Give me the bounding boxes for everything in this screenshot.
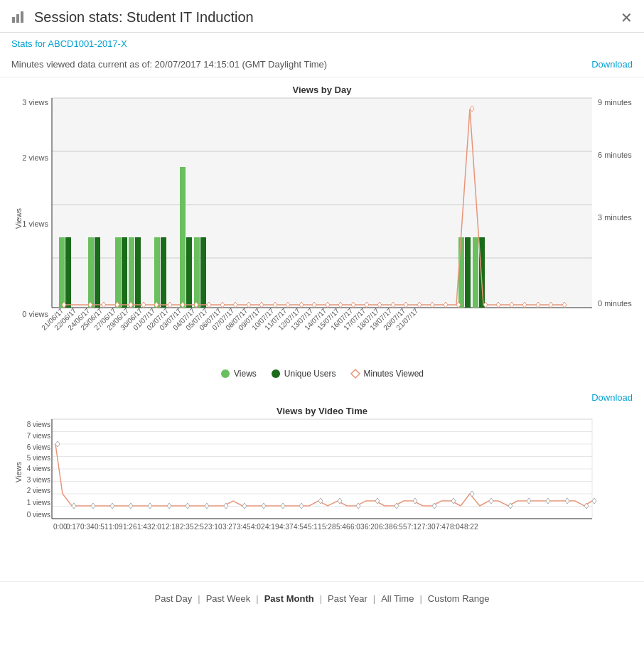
svg-text:4:02: 4:02 xyxy=(251,523,265,531)
filter-past-week[interactable]: Past Week xyxy=(206,593,251,604)
svg-point-95 xyxy=(272,369,280,378)
legend-minutes: Minutes Viewed xyxy=(350,369,424,379)
filter-past-day[interactable]: Past Day xyxy=(155,593,193,604)
header-left: Session stats: Student IT Induction xyxy=(11,9,254,26)
svg-text:7:47: 7:47 xyxy=(436,523,450,531)
y2-5views: 5 views xyxy=(27,454,50,462)
svg-text:0:17: 0:17 xyxy=(66,523,80,531)
svg-rect-10 xyxy=(59,237,65,308)
sep-5: | xyxy=(419,593,422,604)
y-right-6min: 6 minutes xyxy=(598,151,632,159)
svg-rect-13 xyxy=(95,237,100,308)
svg-text:5:28: 5:28 xyxy=(322,523,336,531)
data-info-bar: Minutes viewed data current as of: 20/07… xyxy=(0,55,644,77)
svg-rect-2 xyxy=(21,11,23,23)
y2-7views: 7 views xyxy=(27,432,50,440)
svg-point-94 xyxy=(221,369,230,378)
svg-text:3:10: 3:10 xyxy=(208,523,222,531)
svg-rect-23 xyxy=(200,237,206,308)
y2-1views: 1 views xyxy=(27,499,50,507)
svg-rect-11 xyxy=(65,237,71,308)
svg-marker-96 xyxy=(351,369,360,378)
sep-2: | xyxy=(256,593,258,604)
svg-text:6:55: 6:55 xyxy=(393,523,407,531)
legend-views: Views xyxy=(220,369,257,379)
legend-unique: Unique Users xyxy=(271,369,336,379)
time-filter-bar: Past Day | Past Week | Past Month | Past… xyxy=(0,581,644,615)
chart1-svg: 21/06/17 22/06/17 24/06/17 25/06/17 27/0… xyxy=(52,98,592,322)
y2-0views: 0 views xyxy=(27,511,50,519)
svg-text:2:52: 2:52 xyxy=(194,523,208,531)
filter-all-time[interactable]: All Time xyxy=(381,593,414,604)
svg-text:3:45: 3:45 xyxy=(237,523,251,531)
svg-rect-0 xyxy=(12,17,15,23)
svg-text:8:04: 8:04 xyxy=(450,523,464,531)
chart2-section: Views by Video Time Views 8 views 7 view… xyxy=(0,406,644,575)
chart2-svg: 0:00 0:17 0:34 0:51 1:09 1:26 1:43 2:01 … xyxy=(52,419,592,544)
chart1-section: Views by Day 3 views 2 views 1 views 0 v… xyxy=(0,77,644,389)
y2-4views: 4 views xyxy=(27,465,50,472)
data-current-text: Minutes viewed data current as of: 20/07… xyxy=(11,59,327,70)
svg-rect-18 xyxy=(154,237,160,308)
svg-text:6:20: 6:20 xyxy=(365,523,379,531)
svg-rect-12 xyxy=(88,237,94,308)
svg-rect-14 xyxy=(115,237,121,308)
download-button-top[interactable]: Download xyxy=(591,59,633,70)
download-button-middle[interactable]: Download xyxy=(591,392,633,403)
svg-text:4:37: 4:37 xyxy=(279,523,294,531)
chart2-title: Views by Video Time xyxy=(11,406,633,416)
svg-rect-1 xyxy=(16,14,19,23)
svg-marker-138 xyxy=(592,498,596,504)
filter-past-month[interactable]: Past Month xyxy=(264,593,314,604)
svg-text:8:22: 8:22 xyxy=(464,523,478,531)
legend-minutes-label: Minutes Viewed xyxy=(364,369,424,379)
svg-text:5:11: 5:11 xyxy=(308,523,322,531)
y2-8views: 8 views xyxy=(27,421,50,428)
svg-rect-22 xyxy=(194,237,200,308)
close-button[interactable]: ✕ xyxy=(621,9,633,26)
stats-for-label: Stats for ABCD1001-2017-X xyxy=(0,33,644,55)
y-left-2views: 2 views xyxy=(22,153,48,162)
svg-text:1:09: 1:09 xyxy=(109,523,123,531)
svg-text:4:19: 4:19 xyxy=(265,523,279,531)
svg-text:1:43: 1:43 xyxy=(137,523,151,531)
chart1-title: Views by Day xyxy=(11,85,633,95)
sep-3: | xyxy=(320,593,322,604)
y-right-3min: 3 minutes xyxy=(598,213,632,222)
y2-2views: 2 views xyxy=(27,487,50,494)
y-right-9min: 9 minutes xyxy=(598,98,632,107)
chart-icon xyxy=(11,9,27,26)
chart1-legend: Views Unique Users Minutes Viewed xyxy=(13,369,631,379)
svg-text:2:35: 2:35 xyxy=(180,523,194,531)
sep-1: | xyxy=(198,593,200,604)
svg-rect-15 xyxy=(122,237,127,308)
svg-rect-25 xyxy=(465,237,471,308)
y-axis-views-label: Views xyxy=(14,208,23,229)
y-left-1views: 1 views xyxy=(22,220,48,228)
svg-text:0:00: 0:00 xyxy=(53,523,68,531)
legend-views-label: Views xyxy=(234,369,257,379)
svg-text:5:46: 5:46 xyxy=(336,523,350,531)
svg-text:6:38: 6:38 xyxy=(379,523,393,531)
svg-rect-17 xyxy=(135,237,141,308)
page-title: Session stats: Student IT Induction xyxy=(34,9,254,26)
svg-text:0:34: 0:34 xyxy=(80,523,95,531)
svg-text:3:27: 3:27 xyxy=(222,523,237,531)
filter-past-year[interactable]: Past Year xyxy=(328,593,367,604)
svg-text:2:01: 2:01 xyxy=(151,523,166,531)
y2-3views: 3 views xyxy=(27,476,50,484)
filter-custom-range[interactable]: Custom Range xyxy=(428,593,490,604)
svg-rect-24 xyxy=(458,237,464,308)
svg-rect-21 xyxy=(186,237,192,308)
svg-text:4:54: 4:54 xyxy=(294,523,308,531)
modal-header: Session stats: Student IT Induction ✕ xyxy=(0,0,644,33)
y-axis-right: 9 minutes 6 minutes 3 minutes 0 minutes xyxy=(596,98,642,308)
svg-rect-16 xyxy=(129,237,134,308)
download-section-2: Download xyxy=(0,389,644,406)
legend-unique-label: Unique Users xyxy=(284,369,336,379)
sep-4: | xyxy=(373,593,375,604)
svg-text:2:18: 2:18 xyxy=(166,523,180,531)
svg-text:1:26: 1:26 xyxy=(123,523,137,531)
y-axis-chart2-left: 8 views 7 views 6 views 5 views 4 views … xyxy=(20,419,52,519)
svg-text:6:03: 6:03 xyxy=(350,523,365,531)
